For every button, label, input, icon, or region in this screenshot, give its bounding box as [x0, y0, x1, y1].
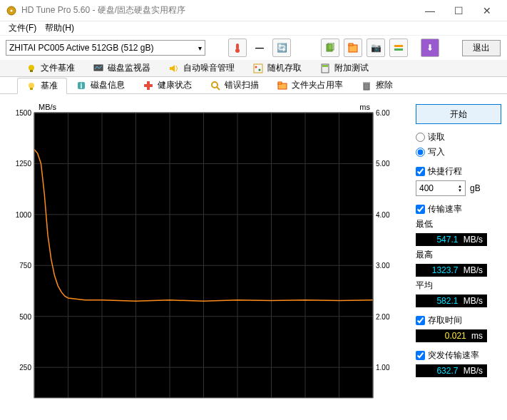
main-area: 2505007501000125015001.002.003.004.005.0…: [0, 94, 507, 420]
svg-marker-13: [170, 65, 175, 72]
svg-rect-24: [144, 84, 153, 87]
down-arrow-icon[interactable]: ⬇: [421, 39, 439, 57]
transfer-rate-checkbox[interactable]: 传输速率: [416, 203, 501, 215]
copy-icon[interactable]: [321, 39, 339, 57]
side-panel: 开始 读取 写入 快捷行程 400 ▲▼ gB 传输速率: [416, 100, 501, 420]
temperature-icon[interactable]: [228, 39, 247, 57]
tab-error-scan[interactable]: 错误扫描: [201, 77, 268, 93]
maximize-button[interactable]: ☐: [444, 0, 473, 21]
short-stroke-unit: gB: [470, 183, 481, 193]
trash-icon: [362, 81, 372, 91]
drive-selector-value: ZHITAI PC005 Active 512GB (512 gB): [9, 43, 154, 53]
svg-text:ms: ms: [359, 103, 370, 111]
svg-rect-28: [278, 82, 282, 84]
svg-point-3: [235, 48, 240, 53]
tab-file-benchmark[interactable]: 文件基准: [17, 60, 84, 76]
tab-aam[interactable]: 自动噪音管理: [160, 60, 244, 76]
read-radio[interactable]: 读取: [416, 131, 501, 143]
tab-extra-tests[interactable]: 附加测试: [311, 60, 378, 76]
svg-text:3.00: 3.00: [376, 262, 390, 270]
menu-file[interactable]: 文件(F): [4, 22, 41, 34]
max-label: 最高: [416, 249, 501, 261]
drive-selector[interactable]: ZHITAI PC005 Active 512GB (512 gB) ▾: [6, 40, 205, 56]
start-button[interactable]: 开始: [416, 104, 501, 124]
max-value: 1323.7 MB/s: [416, 264, 487, 277]
svg-text:1250: 1250: [16, 160, 32, 168]
chevron-down-icon: ▾: [198, 44, 202, 52]
svg-text:500: 500: [19, 313, 31, 321]
svg-rect-7: [349, 43, 353, 46]
tab-health[interactable]: 健康状态: [134, 77, 201, 93]
svg-text:MB/s: MB/s: [39, 103, 57, 111]
svg-text:1500: 1500: [16, 109, 32, 117]
svg-rect-29: [364, 83, 369, 90]
svg-rect-9: [394, 48, 403, 51]
random-icon: [253, 63, 263, 73]
svg-point-10: [29, 65, 34, 71]
screenshot-icon[interactable]: 📷: [367, 39, 385, 57]
speaker-icon: [169, 63, 179, 73]
lightbulb-icon: [26, 81, 36, 91]
svg-text:5.00: 5.00: [376, 160, 390, 168]
tab-benchmark[interactable]: 基准: [17, 78, 67, 94]
svg-rect-30: [363, 82, 370, 83]
access-time-checkbox[interactable]: 存取时间: [416, 314, 501, 327]
menubar: 文件(F) 帮助(H): [0, 21, 507, 36]
info-icon: i: [76, 81, 86, 91]
tabstrip-lower: 基准 i 磁盘信息 健康状态 错误扫描 文件夹占用率 擦除: [0, 77, 507, 94]
tabstrip-upper: 文件基准 磁盘监视器 自动噪音管理 随机存取 附加测试: [0, 60, 507, 77]
save-icon[interactable]: [344, 39, 362, 57]
tab-disk-monitor[interactable]: 磁盘监视器: [84, 60, 160, 76]
svg-rect-14: [254, 64, 262, 73]
svg-line-26: [217, 87, 220, 90]
svg-text:1.00: 1.00: [376, 364, 390, 372]
monitor-icon: [93, 63, 103, 73]
tab-random-access[interactable]: 随机存取: [244, 60, 311, 76]
tab-folder-usage[interactable]: 文件夹占用率: [268, 77, 352, 93]
toolbar: ZHITAI PC005 Active 512GB (512 gB) ▾ — 🔄…: [0, 36, 507, 60]
svg-text:2.00: 2.00: [376, 313, 390, 321]
spinner-down-icon: ▼: [458, 188, 462, 193]
menu-help[interactable]: 帮助(H): [41, 22, 78, 34]
calculator-icon: [320, 63, 330, 73]
tab-erase[interactable]: 擦除: [352, 77, 402, 93]
exit-button[interactable]: 退出: [462, 40, 501, 56]
access-time-value: 0.021 ms: [416, 329, 487, 342]
svg-rect-18: [322, 65, 328, 67]
svg-text:1000: 1000: [16, 211, 32, 219]
min-value: 547.1 MB/s: [416, 233, 487, 246]
burst-value: 632.7 MB/s: [416, 364, 487, 377]
lightbulb-icon: [26, 63, 36, 73]
health-icon: [143, 81, 153, 91]
short-stroke-checkbox[interactable]: 快捷行程: [416, 165, 501, 178]
svg-rect-20: [30, 88, 33, 90]
svg-text:6.00: 6.00: [376, 109, 390, 117]
svg-point-1: [11, 9, 13, 11]
refresh-icon[interactable]: 🔄: [272, 39, 291, 57]
chart-area: 2505007501000125015001.002.003.004.005.0…: [6, 100, 410, 420]
svg-rect-8: [394, 45, 403, 47]
temperature-dash: —: [255, 43, 264, 53]
svg-rect-2: [236, 43, 239, 49]
app-icon: [6, 5, 17, 16]
write-radio[interactable]: 写入: [416, 146, 501, 158]
avg-label: 平均: [416, 280, 501, 292]
options-icon[interactable]: [389, 39, 408, 57]
search-icon: [210, 81, 220, 91]
folder-icon: [277, 81, 287, 91]
svg-text:750: 750: [19, 262, 31, 270]
svg-point-16: [259, 68, 261, 71]
titlebar: HD Tune Pro 5.60 - 硬盘/固态硬盘实用程序 — ☐ ✕: [0, 0, 507, 21]
window-title: HD Tune Pro 5.60 - 硬盘/固态硬盘实用程序: [21, 4, 416, 16]
short-stroke-input[interactable]: 400 ▲▼: [416, 180, 466, 196]
tab-disk-info[interactable]: i 磁盘信息: [67, 77, 134, 93]
svg-text:4.00: 4.00: [376, 211, 390, 219]
svg-point-19: [29, 83, 34, 88]
svg-text:250: 250: [19, 364, 31, 372]
min-label: 最低: [416, 218, 501, 230]
minimize-button[interactable]: —: [416, 0, 444, 21]
benchmark-chart: 2505007501000125015001.002.003.004.005.0…: [6, 100, 401, 406]
close-button[interactable]: ✕: [473, 0, 501, 21]
avg-value: 582.1 MB/s: [416, 294, 487, 307]
burst-rate-checkbox[interactable]: 突发传输速率: [416, 349, 501, 362]
